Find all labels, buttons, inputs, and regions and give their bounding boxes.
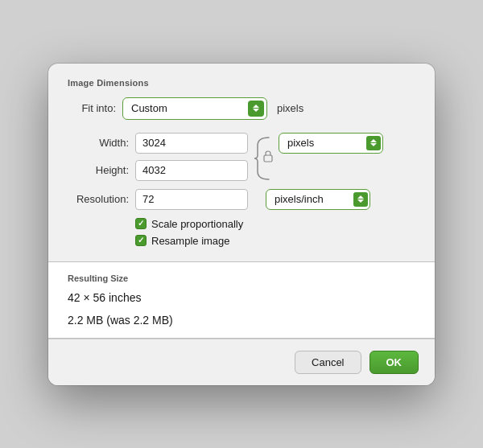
wh-unit-select[interactable]: pixels inches cm mm percent <box>279 133 383 154</box>
wh-unit-wrapper[interactable]: pixels inches cm mm percent <box>279 133 383 154</box>
link-bracket <box>253 134 274 183</box>
resolution-input[interactable] <box>135 189 248 210</box>
result-dimensions: 42 × 56 inches <box>68 291 415 304</box>
resulting-size-title: Resulting Size <box>68 273 415 283</box>
width-input[interactable] <box>135 133 248 154</box>
resolution-label: Resolution: <box>68 193 129 205</box>
ok-button[interactable]: OK <box>369 351 419 374</box>
fit-into-select-wrapper[interactable]: Custom 800×600 1024×768 1920×1080 <box>122 97 267 120</box>
resulting-size-section: Resulting Size 42 × 56 inches 2.2 MB (wa… <box>48 262 435 338</box>
resample-image-row[interactable]: ✓ Resample image <box>135 235 415 247</box>
height-input[interactable] <box>135 160 248 181</box>
scale-proportionally-row[interactable]: ✓ Scale proportionally <box>135 218 415 230</box>
fit-into-select[interactable]: Custom 800×600 1024×768 1920×1080 <box>122 97 267 120</box>
checkmark-icon: ✓ <box>138 220 144 228</box>
fit-into-row: Fit into: Custom 800×600 1024×768 1920×1… <box>68 97 415 120</box>
cancel-button[interactable]: Cancel <box>295 351 361 374</box>
svg-rect-0 <box>264 155 272 162</box>
height-row: Height: <box>68 160 248 181</box>
width-row: Width: <box>68 133 248 154</box>
res-unit-select[interactable]: pixels/inch pixels/cm <box>266 189 370 210</box>
checkmark-icon-2: ✓ <box>138 236 144 245</box>
resolution-row: Resolution: pixels/inch pixels/cm <box>68 189 415 210</box>
section-title: Image Dimensions <box>68 78 415 88</box>
scale-proportionally-checkbox[interactable]: ✓ <box>135 218 147 229</box>
scale-proportionally-label: Scale proportionally <box>151 218 243 230</box>
width-label: Width: <box>68 137 129 149</box>
res-unit-wrapper[interactable]: pixels/inch pixels/cm <box>266 189 370 210</box>
bracket-icon <box>253 134 274 183</box>
footer: Cancel OK <box>48 339 435 385</box>
resample-image-label: Resample image <box>151 235 230 247</box>
result-filesize: 2.2 MB (was 2.2 MB) <box>68 314 415 327</box>
resample-image-checkbox[interactable]: ✓ <box>135 235 147 246</box>
fit-unit-label: pixels <box>277 102 303 114</box>
height-label: Height: <box>68 164 129 176</box>
fit-into-label: Fit into: <box>68 102 116 114</box>
checkbox-area: ✓ Scale proportionally ✓ Resample image <box>135 218 415 247</box>
image-dimensions-dialog: Image Dimensions Fit into: Custom 800×60… <box>48 64 435 385</box>
image-dimensions-section: Image Dimensions Fit into: Custom 800×60… <box>48 64 435 261</box>
